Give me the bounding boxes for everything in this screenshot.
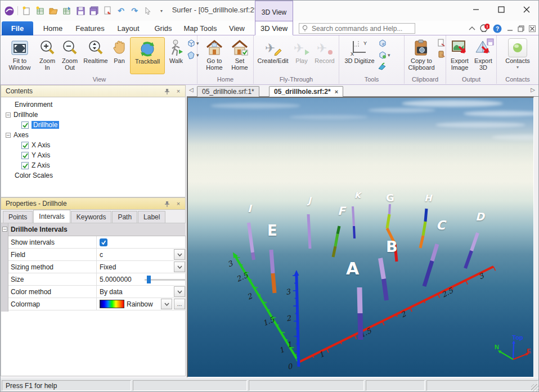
show-intervals-checkbox[interactable]	[100, 238, 107, 246]
resize-grip[interactable]	[531, 384, 539, 392]
section-collapse-icon[interactable]: –	[2, 227, 7, 232]
trackball-button[interactable]: Trackball	[130, 37, 165, 74]
minimize-button[interactable]	[464, 1, 488, 19]
add-cube-button[interactable]: ▾	[378, 51, 390, 59]
status-segment	[366, 380, 425, 391]
checkbox-checked-icon[interactable]	[21, 152, 29, 159]
set-home-button[interactable]: Set Home	[228, 37, 251, 74]
close-panel-icon[interactable]: ×	[174, 87, 183, 96]
mdi-close-icon[interactable]	[527, 24, 537, 34]
close-panel-icon[interactable]: ×	[174, 199, 183, 208]
go-to-home-button[interactable]: Go to Home	[202, 37, 227, 74]
3d-viewport[interactable]: 11.522.5311.522.530123 ABCDEFGHIJK TopNE	[187, 97, 534, 377]
collapse-ribbon-icon[interactable]	[467, 24, 477, 34]
tab-keywords[interactable]: Keywords	[71, 211, 112, 223]
mdi-minimize-icon[interactable]	[505, 24, 515, 34]
tab-layout[interactable]: Layout	[110, 21, 147, 35]
tab-path[interactable]: Path	[112, 211, 137, 223]
close-tab-icon[interactable]: ×	[335, 88, 338, 95]
tree-item-z-axis[interactable]: Z Axis	[21, 160, 50, 170]
open-file-icon[interactable]	[48, 6, 59, 16]
button-label: Pan	[114, 57, 125, 64]
save-3d-small-icon[interactable]	[487, 38, 494, 48]
search-input[interactable]	[312, 25, 407, 33]
undo-icon[interactable]: ↶	[116, 6, 126, 16]
digitize-pin-button[interactable]	[378, 62, 390, 70]
open-worksheet-icon[interactable]	[62, 6, 72, 16]
contextual-tab-header[interactable]: 3D View	[255, 1, 293, 21]
tab-scroll-left-icon[interactable]: ◁	[189, 87, 194, 93]
pan-button[interactable]: Pan	[110, 37, 129, 74]
close-button[interactable]	[514, 1, 539, 19]
export-page-icon[interactable]	[102, 6, 113, 16]
fit-to-window-button[interactable]: Fit to Window	[4, 37, 35, 74]
tab-3d-view-active[interactable]: 3D View	[255, 21, 293, 35]
doc-tab-1[interactable]: 05_drillhole.srf:1*	[197, 86, 259, 97]
tree-item-axes-group[interactable]: –Axes	[6, 130, 29, 140]
search-box[interactable]	[299, 23, 415, 34]
digitize-3d-button[interactable]: YX 3D Digitize	[344, 37, 375, 74]
tab-points[interactable]: Points	[3, 211, 33, 223]
tab-label[interactable]: Label	[138, 211, 165, 223]
copy-to-clipboard-button[interactable]: Copy to Clipboard	[406, 37, 437, 74]
export-image-button[interactable]: Export Image	[447, 37, 472, 74]
colormap-more-button[interactable]: ...	[174, 299, 185, 309]
tree-item-drillhole-group[interactable]: –Drillhole	[6, 110, 38, 120]
maximize-button[interactable]	[489, 1, 514, 19]
collapse-expander-icon[interactable]: –	[6, 133, 11, 138]
collapse-expander-icon[interactable]: –	[6, 112, 11, 118]
tab-grids[interactable]: Grids	[147, 21, 179, 35]
button-label: Play	[295, 57, 307, 64]
copy-page-button[interactable]	[437, 39, 445, 47]
grid-cube-button[interactable]: #	[378, 39, 390, 47]
button-label: Zoom In	[37, 57, 58, 71]
mdi-restore-icon[interactable]	[516, 24, 526, 34]
checkbox-checked-icon[interactable]	[21, 142, 29, 149]
size-slider-thumb[interactable]	[147, 276, 151, 283]
paste-small-button[interactable]	[437, 50, 445, 58]
fly-record-button[interactable]: ✈ Record	[312, 37, 337, 74]
tree-item-drillhole[interactable]: Drillhole	[21, 120, 59, 130]
zoom-out-button[interactable]: Zoom Out	[59, 37, 81, 74]
tree-item-color-scales[interactable]: Color Scales	[15, 170, 53, 181]
colormap-swatch[interactable]	[100, 300, 124, 308]
walk-button[interactable]: Walk	[166, 37, 186, 74]
checkbox-checked-icon[interactable]	[21, 121, 29, 129]
help-icon[interactable]: ?	[492, 24, 502, 34]
tab-scroll-right-icon[interactable]: ▷	[531, 87, 535, 93]
fly-create-edit-button[interactable]: ✈ Create/Edit	[256, 37, 290, 74]
notifications-bell-icon[interactable]: !	[479, 24, 489, 34]
redo-icon[interactable]: ↷	[129, 6, 140, 16]
tab-home[interactable]: Home	[35, 21, 70, 35]
size-value[interactable]: 5.0000000	[100, 276, 132, 283]
tree-item-y-axis[interactable]: Y Axis	[21, 150, 50, 160]
zoom-in-button[interactable]: Zoom In	[37, 37, 58, 74]
tree-item-x-axis[interactable]: X Axis	[21, 140, 50, 150]
tab-view[interactable]: View	[221, 21, 253, 35]
save-icon[interactable]	[75, 6, 86, 16]
tab-map-tools[interactable]: Map Tools	[179, 21, 221, 35]
realtime-zoom-button[interactable]: Realtime	[82, 37, 109, 74]
surfer-logo-icon[interactable]	[4, 6, 14, 16]
svg-text:E: E	[527, 348, 531, 354]
pin-icon[interactable]	[163, 87, 172, 96]
new-plot-icon[interactable]	[21, 6, 32, 16]
tab-intervals[interactable]: Intervals	[33, 210, 70, 223]
fly-play-button[interactable]: ✈ Play	[291, 37, 312, 74]
contacts-button[interactable]: Contacts ▾	[504, 37, 532, 74]
color-method-dropdown-button[interactable]	[174, 286, 185, 297]
tab-file[interactable]: File	[2, 21, 33, 35]
sizing-method-dropdown-button[interactable]	[174, 262, 185, 272]
ribbon-group-tools: YX 3D Digitize # ▾ Tools	[339, 35, 405, 84]
doc-tab-2-active[interactable]: 05_drillhole.srf:2*×	[269, 86, 343, 97]
pin-icon[interactable]	[163, 199, 172, 208]
svg-text:#: #	[382, 42, 385, 47]
checkbox-checked-icon[interactable]	[21, 162, 29, 169]
tab-features[interactable]: Features	[70, 21, 110, 35]
field-dropdown-button[interactable]	[174, 249, 185, 260]
save-all-icon[interactable]	[89, 6, 99, 16]
new-worksheet-icon[interactable]	[35, 6, 45, 16]
tree-item-environment[interactable]: Environment	[15, 100, 52, 110]
set-home-icon	[230, 38, 249, 57]
colormap-dropdown-button[interactable]	[161, 299, 172, 309]
